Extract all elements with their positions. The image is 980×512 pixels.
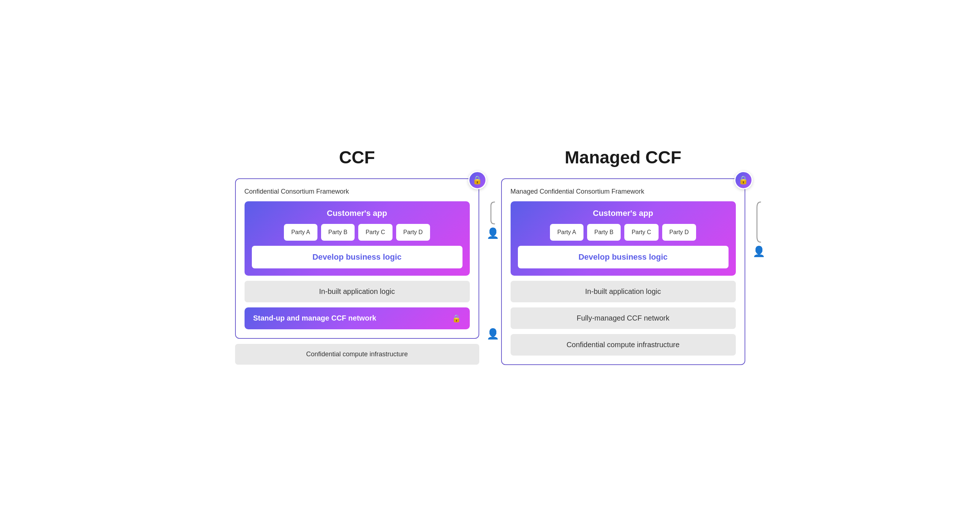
ccf-party-d: Party D xyxy=(396,224,430,241)
managed-ccf-customer-app-box: Customer's app Party A Party B Party C P… xyxy=(511,201,736,276)
ccf-develop-logic-box: Develop business logic xyxy=(252,246,463,268)
managed-ccf-bracket-svg xyxy=(755,200,762,244)
ccf-bottom-person-group: 👤 xyxy=(487,328,499,340)
ccf-diagram-wrapper: 🔒 Confidential Consortium Framework Cust… xyxy=(235,178,479,365)
managed-ccf-develop-logic-box: Develop business logic xyxy=(518,246,729,268)
ccf-standup-lock-icon: 🔒 xyxy=(452,314,461,323)
managed-ccf-fully-managed-text: Fully-managed CCF network xyxy=(577,314,670,322)
managed-ccf-section: Managed CCF 🔒 Managed Confidential Conso… xyxy=(501,147,745,365)
managed-ccf-fully-managed-box: Fully-managed CCF network xyxy=(511,308,736,329)
ccf-develop-logic-text: Develop business logic xyxy=(312,252,402,262)
managed-ccf-lock-icon: 🔒 xyxy=(738,175,748,185)
ccf-lock-icon: 🔒 xyxy=(473,175,482,185)
ccf-lock-badge: 🔒 xyxy=(468,171,487,189)
managed-ccf-diagram-wrapper: 🔒 Managed Confidential Consortium Framew… xyxy=(501,178,745,365)
ccf-person-icon-bottom: 👤 xyxy=(487,328,499,340)
managed-ccf-confidential-box: Confidential compute infrastructure xyxy=(511,334,736,356)
ccf-party-b: Party B xyxy=(321,224,355,241)
managed-ccf-party-b: Party B xyxy=(587,224,620,241)
ccf-customer-app-box: Customer's app Party A Party B Party C P… xyxy=(245,201,470,276)
ccf-title: CCF xyxy=(339,147,375,167)
ccf-party-c: Party C xyxy=(358,224,392,241)
managed-ccf-confidential-text: Confidential compute infrastructure xyxy=(566,341,679,349)
ccf-side-panel: 👤 👤 xyxy=(487,200,499,340)
managed-ccf-inbuilt-text: In-built application logic xyxy=(585,287,661,295)
managed-ccf-develop-logic-text: Develop business logic xyxy=(578,252,668,262)
ccf-confidential-text: Confidential compute infrastructure xyxy=(306,351,408,358)
ccf-inbuilt-box: In-built application logic xyxy=(245,281,470,302)
page-container: CCF 🔒 Confidential Consortium Framework … xyxy=(235,147,745,365)
managed-ccf-side-panel: 👤 xyxy=(752,200,765,257)
ccf-top-bracket-svg xyxy=(489,200,496,226)
ccf-parties-row: Party A Party B Party C Party D xyxy=(252,224,463,241)
managed-ccf-outer-box: 🔒 Managed Confidential Consortium Framew… xyxy=(501,178,745,365)
managed-ccf-title: Managed CCF xyxy=(565,147,681,167)
ccf-party-a: Party A xyxy=(284,224,317,241)
ccf-customer-app-title: Customer's app xyxy=(252,209,463,218)
managed-ccf-parties-row: Party A Party B Party C Party D xyxy=(518,224,729,241)
ccf-top-person-group: 👤 xyxy=(487,200,499,239)
ccf-standup-box: Stand-up and manage CCF network 🔒 xyxy=(245,308,470,329)
managed-ccf-outer-label: Managed Confidential Consortium Framewor… xyxy=(511,188,736,195)
ccf-section: CCF 🔒 Confidential Consortium Framework … xyxy=(235,147,479,365)
ccf-inbuilt-text: In-built application logic xyxy=(319,287,395,295)
ccf-person-icon-top: 👤 xyxy=(487,227,499,239)
ccf-outer-label: Confidential Consortium Framework xyxy=(245,188,470,195)
managed-ccf-inbuilt-box: In-built application logic xyxy=(511,281,736,302)
ccf-confidential-box: Confidential compute infrastructure xyxy=(235,344,479,365)
managed-ccf-customer-app-title: Customer's app xyxy=(518,209,729,218)
managed-ccf-lock-badge: 🔒 xyxy=(734,171,752,189)
managed-ccf-party-c: Party C xyxy=(624,224,658,241)
managed-ccf-person-group: 👤 xyxy=(752,200,765,257)
managed-ccf-person-icon: 👤 xyxy=(752,246,765,257)
ccf-standup-text: Stand-up and manage CCF network xyxy=(253,314,377,322)
ccf-outer-box: 🔒 Confidential Consortium Framework Cust… xyxy=(235,178,479,339)
managed-ccf-party-a: Party A xyxy=(550,224,584,241)
managed-ccf-party-d: Party D xyxy=(662,224,696,241)
